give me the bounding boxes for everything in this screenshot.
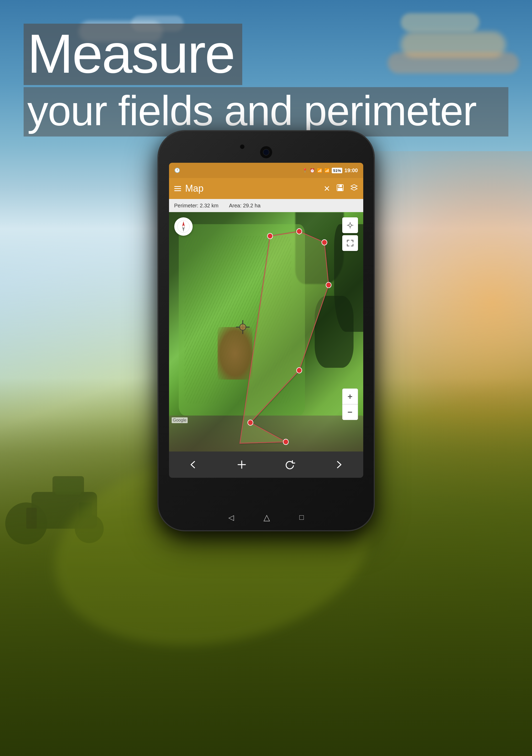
home-nav-button[interactable]: △ [263,512,270,522]
fullscreen-icon [346,239,354,247]
recent-nav-button[interactable]: □ [300,513,304,522]
measure-title-box: Measure [24,24,242,85]
status-left: 🕐 [174,168,180,173]
field-polygon [169,212,363,451]
perimeter-display: Perimeter: 2.32 km [174,202,219,209]
bottom-toolbar [169,451,363,478]
zoom-out-button[interactable]: − [342,404,358,420]
menu-button[interactable] [174,186,181,191]
layers-button[interactable] [350,184,358,194]
phone-nav-bar: ◁ △ □ [214,512,319,522]
zoom-controls: + − [342,389,358,420]
zoom-in-button[interactable]: + [342,389,358,404]
time-display: 19:00 [344,168,358,174]
measure-title: Measure [27,23,234,85]
prev-button[interactable] [183,454,204,475]
next-button[interactable] [328,454,349,475]
compass[interactable] [174,217,193,236]
front-camera [240,144,245,149]
wifi-icon: 📶 [317,168,322,173]
svg-rect-10 [339,185,339,187]
battery-indicator: 51% [332,168,342,173]
svg-point-18 [297,367,302,373]
clock-app-icon: 🕐 [174,168,180,173]
phone-body: 🕐 📍 ⏰ 📶 📶 51% 19:00 Map ✕ [159,131,374,530]
signal-icon: 📶 [324,168,330,173]
camera-inner [263,149,269,155]
close-button[interactable]: ✕ [324,184,330,193]
svg-point-31 [240,324,246,330]
svg-point-19 [248,420,253,425]
svg-point-20 [283,439,288,445]
svg-point-15 [297,229,302,234]
svg-point-14 [267,233,273,239]
drag-crosshair [234,318,252,336]
status-right: 📍 ⏰ 📶 📶 51% 19:00 [302,168,358,174]
add-point-button[interactable] [231,454,252,475]
locate-button[interactable] [342,217,358,233]
google-watermark: Google [172,418,188,423]
map-btn-group [342,217,358,251]
svg-point-24 [349,224,352,227]
back-nav-button[interactable]: ◁ [228,513,234,522]
save-button[interactable] [336,184,344,193]
locate-icon [346,222,354,229]
subtitle-text: your fields and perimeter [27,87,476,134]
phone: 🕐 📍 ⏰ 📶 📶 51% 19:00 Map ✕ [159,131,374,530]
compass-icon [177,220,190,233]
svg-point-16 [322,240,327,245]
phone-screen: 🕐 📍 ⏰ 📶 📶 51% 19:00 Map ✕ [169,163,363,478]
app-bar-actions: ✕ [324,184,358,194]
undo-button[interactable] [280,454,301,475]
title-container: Measure your fields and perimeter [24,24,508,137]
svg-marker-13 [240,231,329,443]
area-display: Area: 29.2 ha [229,202,260,209]
alarm-icon: ⏰ [310,168,315,173]
camera-lens [259,146,273,159]
subtitle-box: your fields and perimeter [24,87,508,137]
fullscreen-button[interactable] [342,235,358,251]
info-bar: Perimeter: 2.32 km Area: 29.2 ha [169,199,363,212]
app-bar: Map ✕ [169,178,363,199]
svg-point-17 [326,282,331,288]
map-area[interactable]: + − Google [169,212,363,451]
location-icon: 📍 [302,168,307,173]
svg-rect-9 [338,188,342,191]
status-bar: 🕐 📍 ⏰ 📶 📶 51% 19:00 [169,163,363,178]
app-title: Map [185,183,324,194]
map-aerial-imagery [169,212,363,451]
